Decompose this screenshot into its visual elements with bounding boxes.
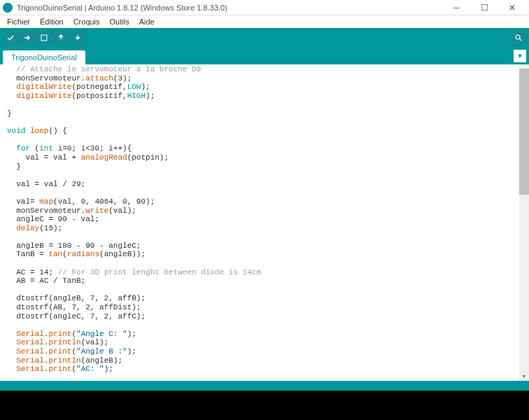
scrollbar-track[interactable]: ▴ ▾ [519, 64, 529, 381]
menu-file[interactable]: Fichier [3, 17, 34, 27]
tab-menu-button[interactable]: ▼ [514, 50, 526, 62]
window-controls: ─ ☐ ✕ [442, 0, 526, 15]
arduino-icon [3, 3, 13, 13]
maximize-button[interactable]: ☐ [470, 0, 498, 15]
menubar: Fichier Édition Croquis Outils Aide [0, 15, 529, 28]
menu-edit[interactable]: Édition [36, 17, 68, 27]
verify-button[interactable] [3, 30, 18, 46]
open-button[interactable] [53, 30, 69, 46]
code-text[interactable]: // Attache le servomoteur à la broche D9… [0, 64, 529, 374]
serial-monitor-button[interactable] [511, 30, 526, 46]
scrollbar-thumb[interactable] [519, 69, 529, 195]
menu-tools[interactable]: Outils [106, 17, 134, 27]
tabbar: TrigonoDuinoSerial ▼ [0, 48, 529, 64]
toolbar [0, 28, 529, 48]
menu-help[interactable]: Aide [135, 17, 159, 27]
minimize-button[interactable]: ─ [442, 0, 470, 15]
titlebar: TrigonoDuinoSerial | Arduino 1.8.12 (Win… [0, 0, 529, 15]
console[interactable] [0, 391, 529, 420]
scroll-down-icon[interactable]: ▾ [519, 371, 529, 381]
menu-sketch[interactable]: Croquis [69, 17, 104, 27]
svg-rect-0 [41, 35, 47, 41]
new-button[interactable] [36, 30, 52, 46]
close-button[interactable]: ✕ [498, 0, 526, 15]
status-bar [0, 381, 529, 391]
svg-point-1 [516, 35, 520, 39]
save-button[interactable] [70, 30, 85, 46]
tab-sketch[interactable]: TrigonoDuinoSerial [3, 50, 85, 64]
window-title: TrigonoDuinoSerial | Arduino 1.8.12 (Win… [17, 4, 442, 12]
code-editor[interactable]: // Attache le servomoteur à la broche D9… [0, 64, 529, 381]
upload-button[interactable] [20, 30, 35, 46]
